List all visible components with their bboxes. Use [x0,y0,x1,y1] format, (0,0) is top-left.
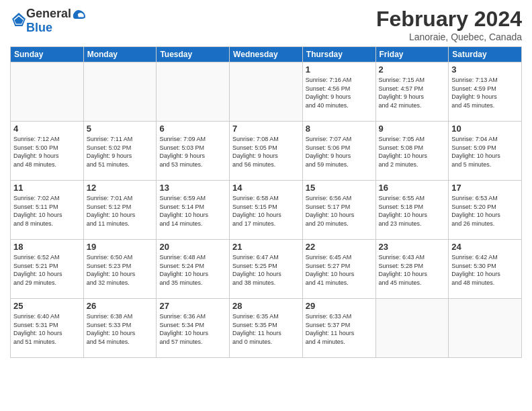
table-row: 3Sunrise: 7:13 AM Sunset: 4:59 PM Daylig… [449,62,522,122]
header-tuesday: Tuesday [157,47,230,62]
calendar-week-row: 25Sunrise: 6:40 AM Sunset: 5:31 PM Dayli… [11,299,522,358]
day-number: 18 [13,242,81,252]
logo: General Blue [10,7,87,35]
calendar-week-row: 1Sunrise: 7:16 AM Sunset: 4:56 PM Daylig… [11,62,522,122]
day-number: 25 [13,301,81,311]
day-info: Sunrise: 7:04 AM Sunset: 5:09 PM Dayligh… [451,135,519,169]
day-info: Sunrise: 6:50 AM Sunset: 5:23 PM Dayligh… [87,253,154,287]
title-block: February 2024 Lanoraie, Quebec, Canada [376,7,522,42]
logo-general: General [26,7,71,21]
calendar-week-row: 11Sunrise: 7:02 AM Sunset: 5:11 PM Dayli… [11,181,522,240]
table-row: 21Sunrise: 6:47 AM Sunset: 5:25 PM Dayli… [230,240,303,299]
table-row [375,299,449,358]
location: Lanoraie, Quebec, Canada [376,32,522,42]
table-row: 15Sunrise: 6:56 AM Sunset: 5:17 PM Dayli… [302,181,375,240]
table-row [230,62,303,122]
table-row: 14Sunrise: 6:58 AM Sunset: 5:15 PM Dayli… [230,181,303,240]
day-info: Sunrise: 7:09 AM Sunset: 5:03 PM Dayligh… [159,135,226,169]
table-row [449,299,522,358]
weekday-header-row: Sunday Monday Tuesday Wednesday Thursday… [11,47,522,62]
day-number: 16 [379,183,446,193]
table-row: 26Sunrise: 6:38 AM Sunset: 5:33 PM Dayli… [83,299,157,358]
table-row: 2Sunrise: 7:15 AM Sunset: 4:57 PM Daylig… [375,62,449,122]
table-row: 19Sunrise: 6:50 AM Sunset: 5:23 PM Dayli… [83,240,157,299]
table-row: 17Sunrise: 6:53 AM Sunset: 5:20 PM Dayli… [449,181,522,240]
day-info: Sunrise: 6:38 AM Sunset: 5:33 PM Dayligh… [87,312,154,346]
day-info: Sunrise: 7:12 AM Sunset: 5:00 PM Dayligh… [13,135,81,169]
day-number: 5 [87,124,154,134]
table-row: 8Sunrise: 7:07 AM Sunset: 5:06 PM Daylig… [302,122,375,181]
table-row: 24Sunrise: 6:42 AM Sunset: 5:30 PM Dayli… [449,240,522,299]
table-row [157,62,230,122]
day-info: Sunrise: 6:58 AM Sunset: 5:15 PM Dayligh… [232,194,300,228]
table-row: 11Sunrise: 7:02 AM Sunset: 5:11 PM Dayli… [11,181,84,240]
calendar-table: Sunday Monday Tuesday Wednesday Thursday… [10,46,522,358]
day-info: Sunrise: 6:43 AM Sunset: 5:28 PM Dayligh… [379,253,446,287]
day-number: 6 [159,124,226,134]
day-info: Sunrise: 7:05 AM Sunset: 5:08 PM Dayligh… [379,135,446,169]
day-number: 27 [159,301,226,311]
day-number: 15 [306,183,373,193]
table-row: 16Sunrise: 6:55 AM Sunset: 5:18 PM Dayli… [375,181,449,240]
day-number: 14 [232,183,300,193]
table-row: 13Sunrise: 6:59 AM Sunset: 5:14 PM Dayli… [157,181,230,240]
day-number: 20 [159,242,226,252]
table-row: 25Sunrise: 6:40 AM Sunset: 5:31 PM Dayli… [11,299,84,358]
day-info: Sunrise: 7:01 AM Sunset: 5:12 PM Dayligh… [87,194,154,228]
day-number: 4 [13,124,81,134]
table-row: 20Sunrise: 6:48 AM Sunset: 5:24 PM Dayli… [157,240,230,299]
table-row: 10Sunrise: 7:04 AM Sunset: 5:09 PM Dayli… [449,122,522,181]
table-row: 7Sunrise: 7:08 AM Sunset: 5:05 PM Daylig… [230,122,303,181]
day-info: Sunrise: 6:56 AM Sunset: 5:17 PM Dayligh… [306,194,373,228]
month-title: February 2024 [376,7,522,32]
logo-text: General Blue [26,7,87,35]
day-number: 24 [451,242,519,252]
table-row: 18Sunrise: 6:52 AM Sunset: 5:21 PM Dayli… [11,240,84,299]
day-number: 29 [306,301,373,311]
table-row: 12Sunrise: 7:01 AM Sunset: 5:12 PM Dayli… [83,181,157,240]
header-monday: Monday [83,47,157,62]
calendar-week-row: 4Sunrise: 7:12 AM Sunset: 5:00 PM Daylig… [11,122,522,181]
table-row: 23Sunrise: 6:43 AM Sunset: 5:28 PM Dayli… [375,240,449,299]
logo-icon [11,12,26,27]
day-info: Sunrise: 7:11 AM Sunset: 5:02 PM Dayligh… [87,135,154,169]
table-row [11,62,84,122]
day-info: Sunrise: 6:53 AM Sunset: 5:20 PM Dayligh… [451,194,519,228]
day-number: 1 [306,64,373,75]
table-row: 27Sunrise: 6:36 AM Sunset: 5:34 PM Dayli… [157,299,230,358]
table-row: 6Sunrise: 7:09 AM Sunset: 5:03 PM Daylig… [157,122,230,181]
header: General Blue February 2024 Lanoraie, Que… [10,7,522,42]
day-info: Sunrise: 6:48 AM Sunset: 5:24 PM Dayligh… [159,253,226,287]
header-sunday: Sunday [11,47,84,62]
day-number: 17 [451,183,519,193]
header-thursday: Thursday [302,47,375,62]
table-row: 4Sunrise: 7:12 AM Sunset: 5:00 PM Daylig… [11,122,84,181]
day-info: Sunrise: 7:16 AM Sunset: 4:56 PM Dayligh… [306,76,373,109]
day-info: Sunrise: 7:02 AM Sunset: 5:11 PM Dayligh… [13,194,81,228]
day-info: Sunrise: 6:42 AM Sunset: 5:30 PM Dayligh… [451,253,519,287]
table-row: 29Sunrise: 6:33 AM Sunset: 5:37 PM Dayli… [302,299,375,358]
calendar-week-row: 18Sunrise: 6:52 AM Sunset: 5:21 PM Dayli… [11,240,522,299]
day-number: 10 [451,124,519,134]
day-number: 26 [87,301,154,311]
day-number: 21 [232,242,300,252]
day-number: 28 [232,301,300,311]
day-number: 7 [232,124,300,134]
table-row [83,62,157,122]
day-number: 23 [379,242,446,252]
day-number: 13 [159,183,226,193]
day-info: Sunrise: 7:08 AM Sunset: 5:05 PM Dayligh… [232,135,300,169]
table-row: 9Sunrise: 7:05 AM Sunset: 5:08 PM Daylig… [375,122,449,181]
day-number: 2 [379,64,446,75]
header-wednesday: Wednesday [230,47,303,62]
day-info: Sunrise: 6:33 AM Sunset: 5:37 PM Dayligh… [306,312,373,346]
day-number: 11 [13,183,81,193]
day-info: Sunrise: 6:36 AM Sunset: 5:34 PM Dayligh… [159,312,226,346]
day-info: Sunrise: 6:40 AM Sunset: 5:31 PM Dayligh… [13,312,81,346]
logo-shape [72,7,87,21]
day-info: Sunrise: 6:55 AM Sunset: 5:18 PM Dayligh… [379,194,446,228]
day-number: 3 [451,64,519,75]
day-number: 9 [379,124,446,134]
table-row: 28Sunrise: 6:35 AM Sunset: 5:35 PM Dayli… [230,299,303,358]
day-info: Sunrise: 6:45 AM Sunset: 5:27 PM Dayligh… [306,253,373,287]
